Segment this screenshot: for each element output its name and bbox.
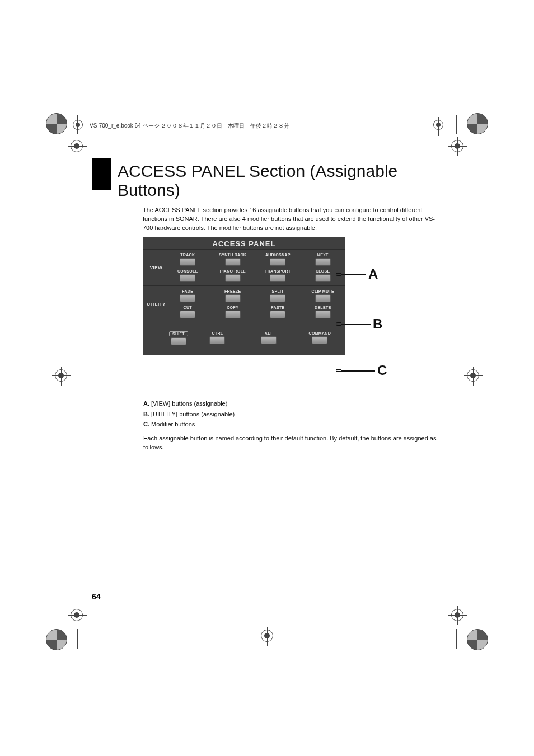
callout-letter-c: C: [377, 363, 387, 378]
reg-mark-bl2: [71, 609, 83, 621]
trim-line: [77, 629, 78, 649]
mod-label-alt: ALT: [262, 331, 275, 335]
mod-label-ctrl: CTRL: [209, 331, 226, 335]
crop-mark-bl: [46, 629, 67, 650]
copy-button[interactable]: [225, 311, 241, 318]
btn-label-track: TRACK: [180, 253, 195, 257]
reg-mark-top: [261, 630, 273, 642]
legend-block: A. [VIEW] buttons (assignable) B. [UTILI…: [143, 398, 439, 430]
reg-mark-left: [55, 369, 67, 382]
btn-label-next: NEXT: [317, 253, 329, 257]
btn-label-audiosnap: AUDIOSNAP: [265, 253, 291, 257]
reg-mark-header: [73, 120, 83, 130]
btn-label-freeze: FREEZE: [224, 289, 241, 293]
close-button[interactable]: [315, 274, 331, 282]
panel-section-utility: UTILITY FADE FREEZE SPLIT CLIP MUTE CUT …: [143, 286, 345, 322]
btn-label-transport: TRANSPORT: [265, 269, 291, 273]
audiosnap-button[interactable]: [270, 258, 285, 266]
trim-line: [467, 616, 486, 616]
synth-rack-button[interactable]: [225, 258, 241, 266]
legend-line-a: A. [VIEW] buttons (assignable): [143, 398, 439, 409]
delete-button[interactable]: [315, 311, 331, 318]
legend-line-c: C. Modifier buttons: [143, 419, 439, 430]
callout-line-b: [341, 324, 371, 325]
intro-paragraph: The ACCESS PANEL section provides 16 ass…: [143, 206, 439, 233]
trim-line: [456, 115, 457, 134]
btn-label-console: CONSOLE: [177, 269, 198, 273]
title-row: ACCESS PANEL Section (Assignable Buttons…: [118, 158, 444, 208]
crop-mark-tl: [46, 113, 67, 134]
clip-mute-button[interactable]: [315, 294, 331, 302]
callout-letter-b: B: [373, 316, 382, 332]
callout-arrow-c: [336, 369, 341, 372]
callout-line-c: [341, 370, 375, 372]
piano-roll-button[interactable]: [225, 274, 241, 282]
mod-label-shift: SHIFT: [169, 331, 188, 336]
legend-line-b: B. [UTILITY] buttons (assignable): [143, 409, 439, 420]
mod-label-command: COMMAND: [306, 331, 334, 335]
crop-mark-br: [467, 629, 488, 650]
panel-title: ACCESS PANEL: [143, 237, 345, 250]
btn-label-copy: COPY: [227, 306, 238, 309]
trim-line: [467, 147, 486, 147]
freeze-button[interactable]: [225, 294, 241, 302]
reg-mark-right: [467, 369, 479, 382]
file-header-text: VS-700_r_e.book 64 ページ ２００８年１１月２０日 木曜日 午…: [90, 122, 289, 130]
callout-line-a: [341, 274, 366, 275]
callout-letter-a: A: [368, 266, 378, 282]
callout-arrow-a: [336, 273, 341, 276]
reg-mark-br2: [451, 609, 463, 621]
section-label-view: VIEW: [143, 253, 169, 282]
console-button[interactable]: [180, 274, 195, 282]
reg-mark-tr3: [433, 120, 443, 130]
trim-line: [48, 147, 67, 147]
btn-label-close: CLOSE: [316, 269, 330, 273]
cut-button[interactable]: [180, 311, 195, 318]
btn-label-clip-mute: CLIP MUTE: [312, 289, 334, 293]
btn-label-paste: PASTE: [271, 306, 284, 309]
access-panel-figure: ACCESS PANEL VIEW TRACK SYNTH RACK AUDIO…: [143, 237, 345, 355]
transport-button[interactable]: [270, 274, 285, 282]
ctrl-button[interactable]: [209, 336, 225, 344]
next-button[interactable]: [315, 258, 331, 266]
section-label-utility: UTILITY: [143, 289, 169, 318]
header-rule: [72, 130, 462, 130]
page-title: ACCESS PANEL Section (Assignable Buttons…: [118, 158, 444, 208]
split-button[interactable]: [270, 294, 285, 302]
trim-line: [456, 629, 457, 649]
tail-paragraph: Each assignable button is named accordin…: [143, 434, 439, 452]
fade-button[interactable]: [180, 294, 195, 302]
btn-label-synth-rack: SYNTH RACK: [219, 253, 246, 257]
track-button[interactable]: [180, 258, 195, 266]
page-number: 64: [92, 592, 101, 601]
reg-mark-tl2: [71, 140, 83, 152]
btn-label-fade: FADE: [182, 289, 193, 293]
panel-section-view: VIEW TRACK SYNTH RACK AUDIOSNAP NEXT CON…: [143, 250, 345, 286]
btn-label-piano-roll: PIANO ROLL: [220, 269, 246, 273]
title-ornament: [92, 158, 111, 190]
command-button[interactable]: [312, 336, 327, 344]
crop-mark-tr: [467, 113, 488, 134]
btn-label-delete: DELETE: [315, 306, 331, 309]
callout-arrow-b: [336, 322, 341, 326]
btn-label-split: SPLIT: [272, 289, 284, 293]
panel-section-modifiers: SHIFT CTRL ALT COMMAND: [143, 322, 345, 355]
btn-label-cut: CUT: [184, 306, 192, 309]
paste-button[interactable]: [270, 311, 285, 318]
trim-line: [48, 616, 67, 616]
reg-mark-tr2: [451, 140, 463, 152]
shift-button[interactable]: [171, 337, 186, 345]
alt-button[interactable]: [261, 336, 277, 344]
